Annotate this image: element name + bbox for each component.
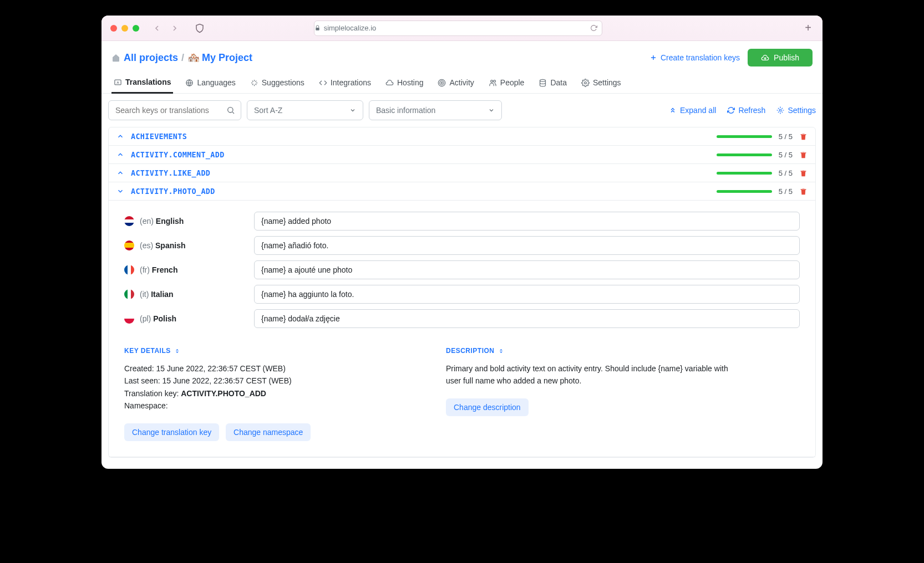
- database-icon: [539, 79, 547, 87]
- titlebar: simplelocalize.io +: [101, 16, 823, 41]
- language-code: (it): [140, 290, 149, 299]
- flag-icon: [124, 265, 134, 275]
- language-label: (es) Spanish: [124, 240, 246, 250]
- page-header: All projects / 🏘️ My Project Create tran…: [101, 41, 823, 72]
- flag-icon: [124, 240, 134, 250]
- tab-activity[interactable]: Activity: [435, 72, 476, 93]
- created-line: Created: 15 June 2022, 22:36:57 CEST (WE…: [124, 362, 413, 375]
- svg-text:A: A: [116, 80, 119, 84]
- chevron-down-icon: [116, 187, 124, 195]
- reload-icon[interactable]: [590, 24, 597, 32]
- maximize-window-button[interactable]: [133, 25, 139, 32]
- svg-point-14: [585, 81, 587, 84]
- minimize-window-button[interactable]: [121, 25, 128, 32]
- translation-input[interactable]: [254, 309, 800, 328]
- info-select[interactable]: Basic information: [369, 100, 502, 120]
- progress-bar: [717, 153, 772, 156]
- tab-data[interactable]: Data: [536, 72, 569, 93]
- chevron-up-icon: [116, 132, 124, 140]
- forward-icon[interactable]: [170, 24, 179, 33]
- breadcrumb-project[interactable]: 🏘️ My Project: [187, 52, 252, 64]
- key-row[interactable]: ACHIEVEMENTS 5 / 5: [109, 127, 815, 146]
- new-tab-button[interactable]: +: [803, 22, 814, 34]
- sort-icon: [498, 348, 504, 354]
- url-bar[interactable]: simplelocalize.io: [314, 21, 602, 36]
- main-tabs: A Translations Languages Suggestions Int…: [101, 72, 823, 94]
- activity-icon: [438, 79, 446, 87]
- key-list: ACHIEVEMENTS 5 / 5 ACTIVITY.COMMENT_ADD …: [108, 127, 816, 458]
- change-namespace-button[interactable]: Change namespace: [226, 423, 311, 441]
- shield-icon[interactable]: [195, 23, 205, 33]
- plus-icon: [649, 54, 657, 62]
- globe-icon: [185, 79, 194, 87]
- language-row: (fr) French: [124, 260, 800, 279]
- language-name: Polish: [153, 314, 176, 323]
- tkey-line: Translation key: ACTIVITY.PHOTO_ADD: [124, 387, 413, 400]
- sparkle-icon: [250, 79, 258, 87]
- cloud-upload-icon: [761, 54, 769, 62]
- translation-input[interactable]: [254, 212, 800, 231]
- tab-hosting[interactable]: Hosting: [383, 72, 425, 93]
- language-row: (it) Italian: [124, 285, 800, 304]
- search-input[interactable]: [115, 106, 234, 115]
- breadcrumb-separator: /: [181, 52, 184, 64]
- expand-icon: [669, 106, 677, 114]
- lock-icon: [314, 25, 321, 31]
- language-code: (es): [140, 241, 153, 250]
- description-section: DESCRIPTION Primary and bold activity te…: [446, 347, 734, 441]
- translation-input[interactable]: [254, 236, 800, 255]
- cloud-icon: [385, 79, 394, 87]
- language-code: (en): [140, 217, 154, 226]
- svg-point-17: [780, 109, 782, 111]
- section-title-description[interactable]: DESCRIPTION: [446, 347, 734, 355]
- change-key-button[interactable]: Change translation key: [124, 423, 219, 441]
- language-label: (it) Italian: [124, 289, 246, 299]
- translate-icon: A: [114, 78, 122, 86]
- browser-window: simplelocalize.io + All projects / 🏘️ My…: [101, 16, 823, 469]
- lastseen-line: Last seen: 15 June 2022, 22:36:57 CEST (…: [124, 375, 413, 387]
- sort-select[interactable]: Sort A-Z: [247, 100, 363, 120]
- svg-point-8: [441, 82, 443, 84]
- language-code: (fr): [140, 265, 150, 274]
- breadcrumb-all-projects[interactable]: All projects: [124, 52, 178, 64]
- section-title-key-details[interactable]: KEY DETAILS: [124, 347, 413, 355]
- tab-languages[interactable]: Languages: [183, 72, 237, 93]
- list-settings-button[interactable]: Settings: [776, 106, 816, 115]
- key-row[interactable]: ACTIVITY.PHOTO_ADD 5 / 5: [109, 182, 815, 201]
- back-icon[interactable]: [153, 24, 161, 33]
- progress-bar: [717, 190, 772, 193]
- gear-icon: [581, 79, 590, 87]
- tab-integrations[interactable]: Integrations: [317, 72, 373, 93]
- namespace-line: Namespace:: [124, 400, 413, 412]
- translation-count: 5 / 5: [779, 187, 793, 196]
- translation-input[interactable]: [254, 285, 800, 304]
- key-row[interactable]: ACTIVITY.LIKE_ADD 5 / 5: [109, 164, 815, 182]
- svg-point-15: [228, 108, 233, 112]
- language-name: English: [156, 217, 184, 226]
- refresh-button[interactable]: Refresh: [727, 106, 765, 115]
- tab-people[interactable]: People: [486, 72, 527, 93]
- translation-input[interactable]: [254, 260, 800, 279]
- create-keys-button[interactable]: Create translation keys: [649, 53, 740, 62]
- translation-count: 5 / 5: [779, 169, 793, 177]
- filters-bar: Sort A-Z Basic information Expand all Re…: [101, 94, 823, 127]
- key-name: ACHIEVEMENTS: [131, 132, 187, 141]
- key-row[interactable]: ACTIVITY.COMMENT_ADD 5 / 5: [109, 146, 815, 164]
- svg-point-11: [491, 80, 493, 82]
- tab-translations[interactable]: A Translations: [111, 72, 173, 94]
- close-window-button[interactable]: [110, 25, 117, 32]
- svg-line-16: [232, 112, 234, 114]
- chevron-down-icon: [349, 107, 356, 114]
- trash-icon[interactable]: [799, 187, 808, 196]
- trash-icon[interactable]: [799, 132, 808, 141]
- trash-icon[interactable]: [799, 151, 808, 159]
- tab-settings[interactable]: Settings: [579, 72, 623, 93]
- expand-all-button[interactable]: Expand all: [669, 106, 716, 115]
- language-row: (es) Spanish: [124, 236, 800, 255]
- language-label: (en) English: [124, 216, 246, 226]
- language-label: (fr) French: [124, 265, 246, 275]
- change-description-button[interactable]: Change description: [446, 398, 529, 416]
- tab-suggestions[interactable]: Suggestions: [248, 72, 307, 93]
- trash-icon[interactable]: [799, 169, 808, 177]
- publish-button[interactable]: Publish: [748, 49, 813, 66]
